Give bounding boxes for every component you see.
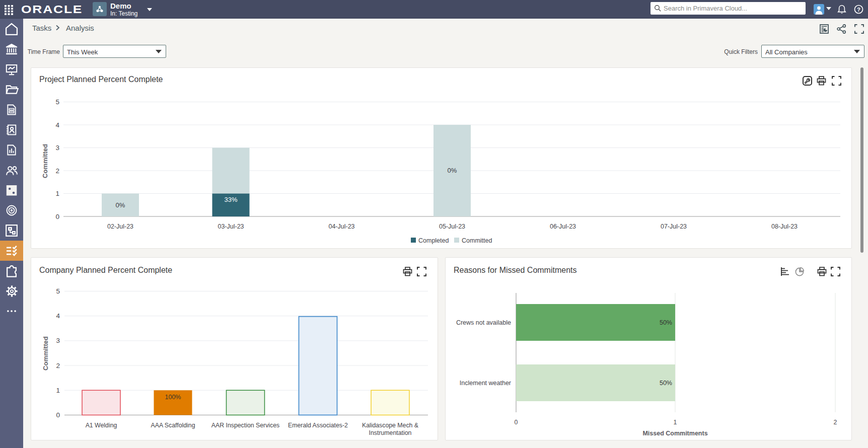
svg-text:05-Jul-23: 05-Jul-23 bbox=[439, 223, 465, 230]
svg-text:5: 5 bbox=[56, 287, 60, 295]
svg-text:0: 0 bbox=[56, 411, 60, 419]
svg-text:0%: 0% bbox=[448, 167, 457, 174]
svg-text:04-Jul-23: 04-Jul-23 bbox=[328, 223, 354, 230]
svg-text:4: 4 bbox=[56, 312, 60, 320]
svg-text:50%: 50% bbox=[660, 380, 672, 387]
svg-text:AAA Scaffolding: AAA Scaffolding bbox=[151, 422, 195, 429]
svg-text:3: 3 bbox=[55, 144, 59, 152]
svg-text:08-Jul-23: 08-Jul-23 bbox=[771, 223, 798, 230]
svg-text:0: 0 bbox=[55, 213, 59, 220]
svg-text:0%: 0% bbox=[116, 201, 125, 209]
svg-text:07-Jul-23: 07-Jul-23 bbox=[661, 223, 687, 230]
svg-text:2: 2 bbox=[834, 419, 837, 426]
svg-text:1: 1 bbox=[55, 190, 59, 197]
svg-text:4: 4 bbox=[55, 121, 59, 129]
svg-text:5: 5 bbox=[55, 98, 59, 106]
svg-text:?: ? bbox=[857, 7, 860, 13]
svg-text:1: 1 bbox=[56, 387, 60, 394]
svg-text:03-Jul-23: 03-Jul-23 bbox=[218, 223, 244, 230]
svg-text:Missed Commitments: Missed Commitments bbox=[642, 430, 707, 437]
svg-text:2: 2 bbox=[55, 167, 59, 175]
svg-text:Completed: Completed bbox=[418, 237, 449, 244]
svg-text:50%: 50% bbox=[660, 319, 672, 326]
svg-text:2: 2 bbox=[56, 362, 60, 369]
svg-text:Inclement weather: Inclement weather bbox=[460, 380, 511, 387]
svg-text:Committed: Committed bbox=[42, 336, 49, 370]
svg-text:Instrumentation: Instrumentation bbox=[369, 429, 412, 436]
svg-text:0: 0 bbox=[515, 419, 518, 426]
svg-text:02-Jul-23: 02-Jul-23 bbox=[107, 223, 133, 230]
svg-text:Emerald Associates-2: Emerald Associates-2 bbox=[288, 422, 348, 429]
svg-text:33%: 33% bbox=[224, 196, 237, 203]
svg-text:3: 3 bbox=[56, 337, 60, 344]
svg-text:Committed: Committed bbox=[462, 237, 492, 244]
svg-text:AAR Inspection Services: AAR Inspection Services bbox=[211, 422, 279, 429]
svg-text:Committed: Committed bbox=[41, 144, 49, 178]
svg-text:1: 1 bbox=[674, 419, 677, 426]
svg-text:100%: 100% bbox=[165, 394, 181, 401]
svg-text:Crews not available: Crews not available bbox=[456, 319, 511, 326]
svg-text:06-Jul-23: 06-Jul-23 bbox=[550, 223, 576, 230]
svg-text:Kalidascope Mech &: Kalidascope Mech & bbox=[362, 422, 419, 429]
svg-text:A1 Welding: A1 Welding bbox=[86, 422, 117, 429]
